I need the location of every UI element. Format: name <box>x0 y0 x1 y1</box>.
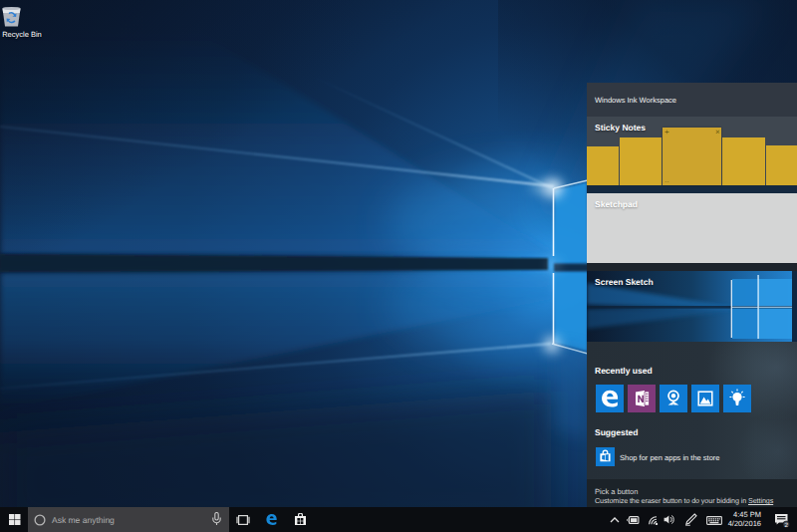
svg-text:2: 2 <box>784 522 788 529</box>
